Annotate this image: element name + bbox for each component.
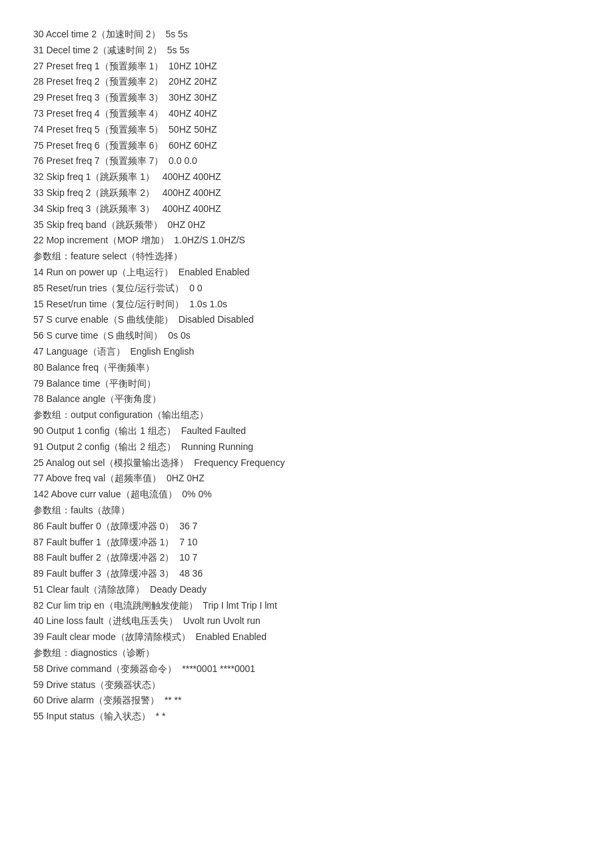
param-line: 87 Fault buffer 1（故障缓冲器 1） 7 10 [33, 535, 580, 551]
param-line: 78 Balance angle（平衡角度） [33, 391, 580, 407]
param-line: 59 Drive status（变频器状态） [33, 677, 580, 693]
param-line: 60 Drive alarm（变频器报警） ** ** [33, 693, 580, 709]
param-line: 77 Above freq val（超频率值） 0HZ 0HZ [33, 471, 580, 487]
param-line: 32 Skip freq 1（跳跃频率 1） 400HZ 400HZ [33, 169, 580, 185]
param-line: 76 Preset freq 7（预置频率 7） 0.0 0.0 [33, 153, 580, 169]
param-line: 55 Input status（输入状态） * * [33, 709, 580, 725]
param-line: 25 Analog out sel（模拟量输出选择） Frequency Fre… [33, 455, 580, 471]
param-line: 39 Fault clear mode（故障清除模式） Enabled Enab… [33, 629, 580, 645]
param-line: 56 S curve time（S 曲线时间） 0s 0s [33, 328, 580, 344]
param-line: 58 Drive command（变频器命令） ****0001 ****000… [33, 661, 580, 677]
param-line: 85 Reset/run tries（复位/运行尝试） 0 0 [33, 281, 580, 297]
section-header: 参数组：output configuration（输出组态） [33, 407, 580, 423]
param-line: 86 Fault buffer 0（故障缓冲器 0） 36 7 [33, 519, 580, 535]
param-line: 91 Output 2 config（输出 2 组态） Running Runn… [33, 439, 580, 455]
section-header: 参数组：diagnostics（诊断） [33, 645, 580, 661]
param-line: 89 Fault buffer 3（故障缓冲器 3） 48 36 [33, 566, 580, 582]
param-line: 73 Preset freq 4（预置频率 4） 40HZ 40HZ [33, 106, 580, 122]
section-header: 参数组：feature select（特性选择） [33, 249, 580, 265]
param-line: 33 Skip freq 2（跳跃频率 2） 400HZ 400HZ [33, 185, 580, 201]
param-line: 80 Balance freq（平衡频率） [33, 360, 580, 376]
param-line: 22 Mop increment（MOP 增加） 1.0HZ/S 1.0HZ/S [33, 233, 580, 249]
param-line: 35 Skip freq band（跳跃频带） 0HZ 0HZ [33, 217, 580, 233]
param-line: 75 Preset freq 6（预置频率 6） 60HZ 60HZ [33, 138, 580, 154]
param-line: 74 Preset freq 5（预置频率 5） 50HZ 50HZ [33, 122, 580, 138]
param-line: 28 Preset freq 2（预置频率 2） 20HZ 20HZ [33, 74, 580, 90]
param-line: 27 Preset freq 1（预置频率 1） 10HZ 10HZ [33, 59, 580, 75]
param-list: 30 Accel time 2（加速时间 2） 5s 5s31 Decel ti… [33, 27, 580, 725]
param-line: 88 Fault buffer 2（故障缓冲器 2） 10 7 [33, 550, 580, 566]
param-line: 47 Language（语言） English English [33, 344, 580, 360]
param-line: 40 Line loss fault（进线电压丢失） Uvolt run Uvo… [33, 613, 580, 629]
param-line: 79 Balance time（平衡时间） [33, 376, 580, 392]
param-line: 82 Cur lim trip en（电流跳闸触发使能） Trip I lmt … [33, 598, 580, 614]
param-line: 34 Skip freq 3（跳跃频率 3） 400HZ 400HZ [33, 201, 580, 217]
param-line: 57 S curve enable（S 曲线使能） Disabled Disab… [33, 312, 580, 328]
param-line: 51 Clear fault（清除故障） Deady Deady [33, 582, 580, 598]
param-line: 29 Preset freq 3（预置频率 3） 30HZ 30HZ [33, 90, 580, 106]
param-line: 15 Reset/run time（复位/运行时间） 1.0s 1.0s [33, 297, 580, 313]
param-line: 30 Accel time 2（加速时间 2） 5s 5s [33, 27, 580, 43]
section-header: 参数组：faults（故障） [33, 503, 580, 519]
param-line: 31 Decel time 2（减速时间 2） 5s 5s [33, 43, 580, 59]
param-line: 14 Run on power up（上电运行） Enabled Enabled [33, 265, 580, 281]
param-line: 142 Above curr value（超电流值） 0% 0% [33, 487, 580, 503]
param-line: 90 Output 1 config（输出 1 组态） Faulted Faul… [33, 423, 580, 439]
